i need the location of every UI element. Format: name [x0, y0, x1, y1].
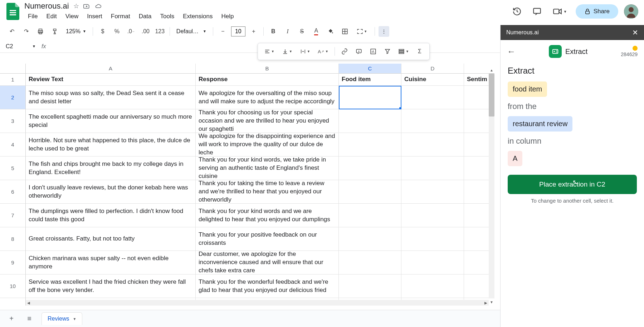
- cell-D4[interactable]: [401, 133, 464, 157]
- increase-decimal-icon[interactable]: .00: [140, 25, 152, 38]
- font-family-select[interactable]: Defaul…▼: [174, 27, 209, 36]
- row-header-6[interactable]: 6: [0, 180, 26, 204]
- chip-column[interactable]: A: [508, 151, 522, 166]
- cell-D1[interactable]: Cuisine: [401, 74, 464, 86]
- toolbar-more-icon[interactable]: ⋮: [379, 26, 389, 37]
- cell-B9[interactable]: Dear customer, we apologize for the inco…: [196, 251, 339, 274]
- cell-C6[interactable]: [339, 180, 401, 204]
- column-header-D[interactable]: D: [401, 64, 464, 74]
- spreadsheet-grid[interactable]: ABCD1Review TextResponseFood itemCuisine…: [0, 64, 494, 306]
- cell-B7[interactable]: Thank you for your kind words and we are…: [196, 204, 339, 227]
- cell-B6[interactable]: Thank you for taking the time to leave a…: [196, 180, 339, 204]
- text-rotation-icon[interactable]: A↗▼: [315, 45, 331, 58]
- all-sheets-icon[interactable]: ≡: [24, 313, 35, 324]
- row-header-7[interactable]: 7: [0, 204, 26, 227]
- cloud-status-icon[interactable]: [94, 3, 102, 9]
- row-header-8[interactable]: 8: [0, 227, 26, 251]
- close-icon[interactable]: ✕: [632, 28, 638, 37]
- cell-A4[interactable]: Horrible. Not sure what happened to this…: [26, 133, 196, 157]
- history-icon[interactable]: [510, 4, 524, 19]
- add-sheet-icon[interactable]: +: [6, 313, 17, 324]
- cell-C4[interactable]: [339, 133, 401, 157]
- cell-A5[interactable]: The fish and chips brought me back to my…: [26, 157, 196, 180]
- decrease-font-icon[interactable]: −: [217, 25, 229, 38]
- align-horizontal-icon[interactable]: ▼: [262, 45, 277, 58]
- cell-B8[interactable]: Thank you for your positive feedback on …: [196, 227, 339, 251]
- row-header-2[interactable]: 2: [0, 86, 26, 109]
- bold-icon[interactable]: B: [267, 25, 279, 38]
- font-size-input[interactable]: [231, 26, 245, 36]
- scroll-right-icon[interactable]: ▶: [483, 300, 489, 306]
- cell-C1[interactable]: Food item: [339, 74, 401, 86]
- cell-A10[interactable]: Service was excellent I had the fried ch…: [26, 274, 196, 298]
- account-avatar[interactable]: [624, 4, 638, 19]
- menu-help[interactable]: Help: [218, 11, 237, 21]
- filter-views-icon[interactable]: ▼: [396, 45, 411, 58]
- sheets-logo-icon[interactable]: [6, 4, 20, 19]
- place-extraction-button[interactable]: Place extraction in C2 ↖: [508, 175, 637, 194]
- scroll-up-icon[interactable]: ▲: [489, 67, 494, 73]
- menu-data[interactable]: Data: [135, 11, 155, 21]
- cell-D8[interactable]: [401, 227, 464, 251]
- cell-A7[interactable]: The dumplings were filled to perfection.…: [26, 204, 196, 227]
- cell-A8[interactable]: Great croissants. Fatty, but not too fat…: [26, 227, 196, 251]
- credits-badge[interactable]: 284629: [621, 46, 638, 57]
- menu-tools[interactable]: Tools: [157, 11, 178, 21]
- merge-cells-icon[interactable]: ▼: [353, 25, 371, 38]
- cell-D10[interactable]: [401, 274, 464, 298]
- cell-A9[interactable]: Chicken marinara was super salty -- not …: [26, 251, 196, 274]
- column-header-B[interactable]: B: [196, 64, 339, 74]
- comments-icon[interactable]: [530, 4, 544, 19]
- cell-C10[interactable]: [339, 274, 401, 298]
- menu-file[interactable]: File: [24, 11, 41, 21]
- cell-A3[interactable]: The excellent spaghetti made our anniver…: [26, 109, 196, 133]
- cell-B10[interactable]: Thank you for the wonderful feedback and…: [196, 274, 339, 298]
- insert-comment-icon[interactable]: [353, 45, 365, 58]
- filter-icon[interactable]: [381, 45, 394, 58]
- cell-C9[interactable]: [339, 251, 401, 274]
- row-header-11[interactable]: 11: [0, 298, 26, 306]
- star-icon[interactable]: ☆: [73, 2, 79, 10]
- sheet-tab-reviews[interactable]: Reviews▼: [42, 312, 82, 325]
- scroll-down-icon[interactable]: ▼: [489, 299, 494, 305]
- increase-font-icon[interactable]: +: [248, 25, 260, 38]
- text-color-icon[interactable]: A: [310, 25, 322, 38]
- borders-icon[interactable]: [339, 25, 351, 38]
- column-header-C[interactable]: C: [339, 64, 401, 74]
- undo-icon[interactable]: ↶: [6, 25, 18, 38]
- row-header-4[interactable]: 4: [0, 133, 26, 157]
- row-header-5[interactable]: 5: [0, 157, 26, 180]
- cell-D5[interactable]: [401, 157, 464, 180]
- back-icon[interactable]: ←: [507, 46, 516, 56]
- cell-D7[interactable]: [401, 204, 464, 227]
- scroll-thumb[interactable]: [489, 74, 494, 117]
- insert-link-icon[interactable]: [338, 45, 351, 58]
- cell-A2[interactable]: The miso soup was so salty, the Dead Sea…: [26, 86, 196, 109]
- chip-food-item[interactable]: food item: [508, 81, 547, 97]
- cell-C5[interactable]: [339, 157, 401, 180]
- horizontal-scrollbar[interactable]: ◀ ▶: [26, 300, 489, 306]
- cell-D9[interactable]: [401, 251, 464, 274]
- menu-edit[interactable]: Edit: [43, 11, 60, 21]
- cell-D3[interactable]: [401, 109, 464, 133]
- cell-C3[interactable]: [339, 109, 401, 133]
- cell-D2[interactable]: [401, 86, 464, 109]
- menu-extensions[interactable]: Extensions: [179, 11, 216, 21]
- strikethrough-icon[interactable]: S: [296, 25, 308, 38]
- paint-format-icon[interactable]: [49, 25, 61, 38]
- insert-chart-icon[interactable]: [367, 45, 379, 58]
- redo-icon[interactable]: ↷: [20, 25, 32, 38]
- row-header-1[interactable]: 1: [0, 74, 26, 86]
- zoom-select[interactable]: 125%▼: [63, 27, 89, 36]
- text-wrap-icon[interactable]: ▼: [297, 45, 313, 58]
- cell-A1[interactable]: Review Text: [26, 74, 196, 86]
- cell-D6[interactable]: [401, 180, 464, 204]
- row-header-3[interactable]: 3: [0, 109, 26, 133]
- select-all-corner[interactable]: [0, 64, 26, 74]
- cell-B5[interactable]: Thank you for your kind words, we take p…: [196, 157, 339, 180]
- move-icon[interactable]: [83, 3, 90, 9]
- decrease-decimal-icon[interactable]: .0←: [125, 25, 137, 38]
- fill-color-icon[interactable]: [325, 25, 337, 38]
- document-title[interactable]: Numerous.ai: [24, 1, 69, 11]
- menu-format[interactable]: Format: [107, 11, 134, 21]
